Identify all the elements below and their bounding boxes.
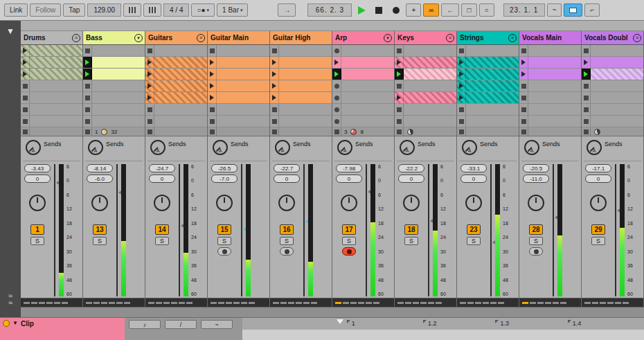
clip-slot[interactable] — [145, 45, 207, 57]
clip-launch-button[interactable] — [395, 69, 404, 80]
clip-stop-button[interactable] — [208, 104, 217, 115]
clip-stop-button[interactable] — [519, 45, 528, 56]
clip-stop-button[interactable] — [457, 116, 466, 127]
volume-fader[interactable] — [365, 164, 375, 296]
horizontal-scrollbar[interactable] — [21, 307, 644, 317]
clip-stop-button[interactable] — [270, 127, 279, 136]
send-a-knob[interactable]: A — [26, 140, 41, 155]
pan-knob[interactable] — [465, 195, 482, 211]
clip-launch-button[interactable] — [270, 69, 279, 80]
clip-slot[interactable] — [519, 45, 581, 57]
record-button[interactable] — [388, 3, 404, 17]
clip-stop-button[interactable] — [395, 104, 404, 115]
clip-stop-button[interactable] — [395, 80, 404, 91]
arm-button[interactable] — [342, 247, 356, 256]
send-a-knob[interactable]: A — [337, 140, 352, 155]
clip-slot[interactable] — [270, 45, 332, 57]
clip-stop-button[interactable] — [83, 80, 92, 91]
clip-launch-button[interactable] — [83, 69, 92, 80]
capture-midi-button[interactable]: ○ — [479, 3, 494, 17]
play-button[interactable] — [354, 3, 369, 17]
clip-slot[interactable] — [519, 116, 581, 127]
clip-slot[interactable] — [83, 104, 145, 116]
clip-slot[interactable] — [457, 116, 519, 127]
tap-tempo-button[interactable]: Tap — [63, 3, 85, 17]
clip-stop-button[interactable] — [21, 92, 30, 103]
volume-fader[interactable] — [178, 164, 188, 296]
track-fold-icon[interactable]: ▾ — [384, 34, 392, 42]
clip-slot[interactable] — [208, 116, 269, 127]
arm-button[interactable] — [217, 247, 231, 256]
track-menu-icon[interactable]: ≡ — [197, 34, 205, 42]
clip-slot[interactable] — [332, 80, 394, 92]
send-a-value[interactable]: 0 — [24, 175, 51, 183]
clip-slot[interactable] — [270, 104, 332, 116]
clip-slot[interactable] — [83, 92, 145, 104]
arrangement-position-display[interactable]: 66. 2. 3 — [307, 3, 352, 17]
pan-knob[interactable] — [590, 195, 607, 211]
clip-slot[interactable] — [457, 80, 519, 92]
nudge-down-button[interactable] — [123, 3, 141, 17]
clip-slot[interactable] — [457, 92, 519, 104]
clip-slot[interactable] — [21, 92, 82, 104]
solo-button[interactable]: S — [155, 237, 169, 245]
nudge-up-button[interactable] — [143, 3, 161, 17]
clip-panel-header[interactable]: ▼ Clip — [0, 318, 125, 340]
clip-stop-button[interactable] — [83, 104, 92, 115]
clip-launch-button[interactable] — [21, 69, 30, 80]
clip-launch-button[interactable] — [395, 57, 404, 68]
notes-tab[interactable]: ♪ — [129, 320, 161, 329]
pan-knob[interactable] — [91, 195, 108, 211]
clip-stop-button[interactable] — [270, 116, 279, 127]
volume-value[interactable]: -33.1 — [460, 164, 487, 172]
track-header-bass[interactable]: Bass▾ — [83, 31, 145, 45]
clip-stop-button[interactable] — [519, 92, 528, 103]
clip-launch-button[interactable] — [270, 80, 279, 91]
volume-value[interactable]: -24.7 — [149, 164, 175, 172]
track-menu-icon[interactable]: ≡ — [508, 34, 517, 42]
clip-stop-button[interactable] — [208, 116, 217, 127]
clip-launch-button[interactable] — [145, 92, 154, 103]
volume-value[interactable]: -22.2 — [398, 164, 424, 172]
clip-launch-button[interactable] — [457, 92, 466, 103]
clip-stop-button[interactable] — [208, 127, 217, 136]
clip-slot[interactable] — [395, 69, 456, 80]
clip-slot[interactable] — [395, 57, 456, 69]
clip-launch-button[interactable] — [332, 69, 341, 80]
clip-activator-button[interactable] — [3, 320, 10, 327]
loop-start-display[interactable]: 23. 1. 1 — [503, 3, 545, 17]
clip-launch-button[interactable] — [457, 69, 466, 80]
solo-button[interactable]: S — [529, 237, 543, 245]
clip-stop-button[interactable] — [582, 104, 591, 115]
clip-stop-button[interactable] — [582, 92, 591, 103]
pan-knob[interactable] — [216, 195, 233, 211]
slot-record-button[interactable] — [332, 116, 341, 127]
track-activator-button[interactable]: 13 — [93, 224, 107, 235]
clip-slot[interactable] — [395, 80, 456, 92]
track-header-drums[interactable]: Drums≡ — [21, 31, 82, 45]
track-activator-button[interactable]: 14 — [155, 224, 169, 235]
key-map-button[interactable]: ⌐ — [584, 3, 600, 17]
clip-stop-button[interactable] — [519, 116, 528, 127]
clip-slot[interactable] — [519, 92, 581, 104]
clip-stop-button[interactable] — [582, 45, 591, 56]
slot-record-button[interactable] — [332, 104, 341, 115]
clip-launch-button[interactable] — [582, 69, 591, 80]
clip-slot[interactable] — [519, 104, 581, 116]
clip-slot[interactable] — [519, 57, 581, 69]
track-activator-button[interactable]: 18 — [404, 224, 418, 235]
track-menu-icon[interactable]: ≡ — [72, 34, 80, 42]
clip-launch-button[interactable] — [519, 57, 528, 68]
send-a-value[interactable]: 0 — [149, 175, 175, 183]
clip-stop-button[interactable] — [83, 127, 92, 136]
volume-value[interactable]: -8.14 — [87, 164, 113, 172]
track-header-keys[interactable]: Keys≡ — [395, 31, 456, 45]
clip-launch-button[interactable] — [457, 57, 466, 68]
send-a-knob[interactable]: A — [462, 140, 477, 155]
send-a-value[interactable]: 0 — [274, 175, 300, 183]
clip-slot[interactable] — [582, 104, 643, 116]
clip-launch-button[interactable] — [145, 69, 154, 80]
send-a-value[interactable]: 0 — [585, 175, 611, 183]
clip-slot[interactable] — [582, 69, 643, 80]
send-a-knob[interactable]: A — [524, 140, 539, 155]
